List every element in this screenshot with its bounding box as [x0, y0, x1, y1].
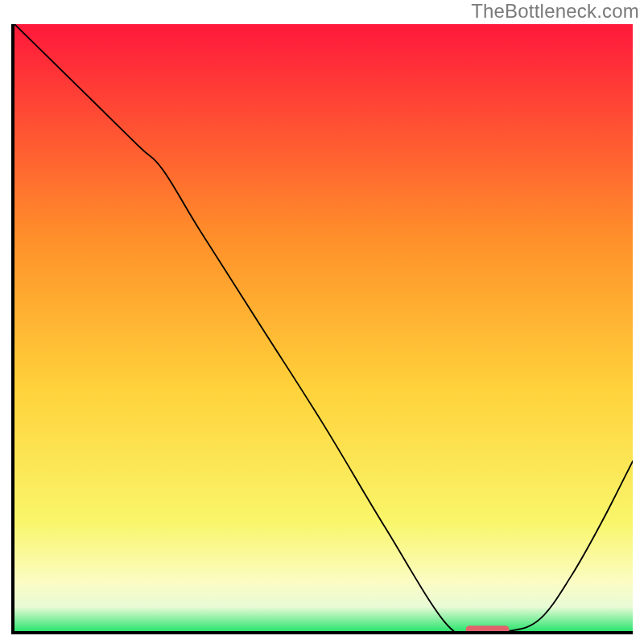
watermark-label: TheBottleneck.com — [471, 0, 639, 23]
chart-svg — [14, 24, 633, 631]
chart-root: TheBottleneck.com — [0, 0, 644, 644]
plot-area — [11, 24, 633, 634]
optimal-marker — [466, 625, 510, 631]
